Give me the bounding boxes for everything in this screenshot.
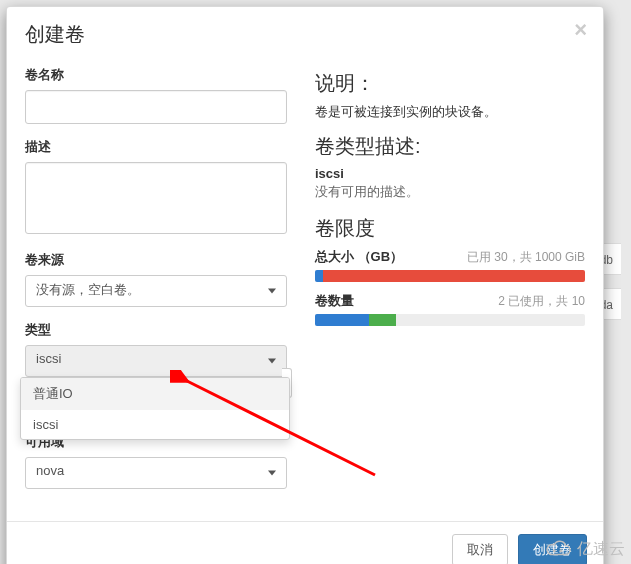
type-label: 类型: [25, 321, 287, 339]
field-az: 可用域 nova: [25, 433, 287, 489]
watermark: 亿速云: [543, 539, 625, 560]
type-option[interactable]: 普通IO: [21, 378, 289, 410]
az-value: nova: [36, 463, 64, 478]
typedesc-text: 没有可用的描述。: [315, 183, 585, 201]
modal-title: 创建卷: [25, 23, 85, 45]
field-source: 卷来源 没有源，空白卷。: [25, 251, 287, 307]
quota-size-header: 总大小 （GB） 已用 30，共 1000 GiB: [315, 248, 585, 266]
description-label: 描述: [25, 138, 287, 156]
quota-count-header: 卷数量 2 已使用，共 10: [315, 292, 585, 310]
chevron-down-icon: [268, 289, 276, 294]
source-select[interactable]: 没有源，空白卷。: [25, 275, 287, 307]
cloud-icon: [543, 540, 573, 560]
quota-size-bar: [315, 270, 585, 282]
modal-body: 卷名称 描述 卷来源 没有源，空白卷。 类型 iscsi: [7, 60, 603, 521]
quota-count-label: 卷数量: [315, 292, 354, 310]
quota-size-info: 已用 30，共 1000 GiB: [467, 249, 585, 266]
quota-count-used: [315, 314, 369, 326]
description-text: 卷是可被连接到实例的块设备。: [315, 103, 585, 121]
field-description: 描述: [25, 138, 287, 237]
watermark-text: 亿速云: [577, 539, 625, 560]
description-heading: 说明：: [315, 70, 585, 97]
name-label: 卷名称: [25, 66, 287, 84]
modal-header: 创建卷 ×: [7, 7, 603, 60]
source-value: 没有源，空白卷。: [36, 282, 140, 297]
field-type: 类型 iscsi 普通IO iscsi: [25, 321, 287, 377]
svg-point-1: [553, 549, 556, 552]
field-name: 卷名称: [25, 66, 287, 124]
quota-size-new: [323, 270, 585, 282]
modal-footer: 取消 创建卷: [7, 521, 603, 564]
svg-point-2: [560, 549, 563, 552]
close-icon[interactable]: ×: [574, 19, 587, 41]
quota-count-new: [369, 314, 396, 326]
name-input[interactable]: [25, 90, 287, 124]
info-column: 说明： 卷是可被连接到实例的块设备。 卷类型描述: iscsi 没有可用的描述。…: [315, 66, 585, 503]
quota-size-used: [315, 270, 323, 282]
description-input[interactable]: [25, 162, 287, 234]
create-volume-modal: 创建卷 × 卷名称 描述 卷来源 没有源，空白卷。 类型: [6, 6, 604, 564]
cancel-button[interactable]: 取消: [452, 534, 508, 564]
quota-count-info: 2 已使用，共 10: [498, 293, 585, 310]
type-dropdown: 普通IO iscsi: [20, 377, 290, 440]
form-column: 卷名称 描述 卷来源 没有源，空白卷。 类型 iscsi: [25, 66, 287, 503]
type-option[interactable]: iscsi: [21, 410, 289, 439]
typedesc-heading: 卷类型描述:: [315, 133, 585, 160]
limits-heading: 卷限度: [315, 215, 585, 242]
quota-size-label: 总大小 （GB）: [315, 248, 403, 266]
type-select[interactable]: iscsi: [25, 345, 287, 377]
az-select[interactable]: nova: [25, 457, 287, 489]
source-label: 卷来源: [25, 251, 287, 269]
chevron-down-icon: [268, 359, 276, 364]
typedesc-name: iscsi: [315, 166, 585, 181]
type-value: iscsi: [36, 351, 61, 366]
quota-count-bar: [315, 314, 585, 326]
chevron-down-icon: [268, 471, 276, 476]
